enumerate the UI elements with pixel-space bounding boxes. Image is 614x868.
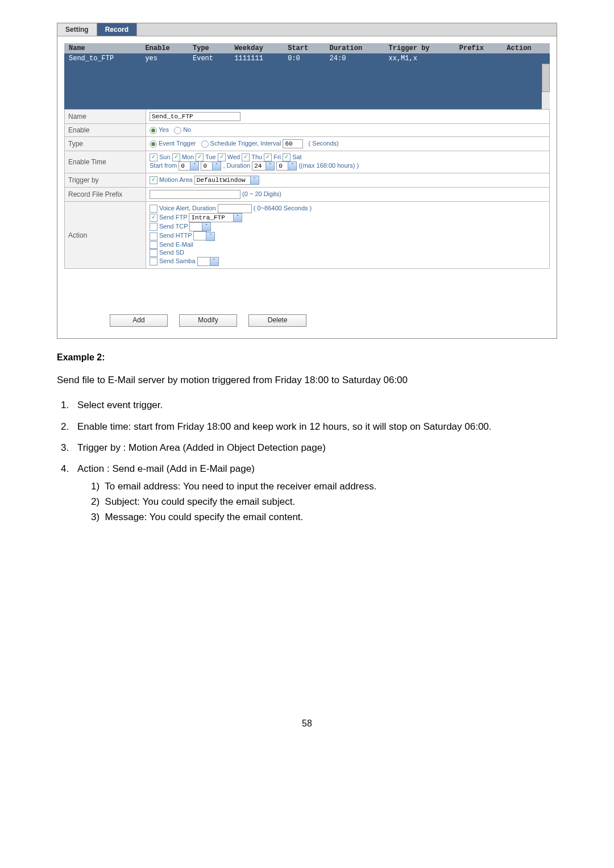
- modify-button[interactable]: Modify: [179, 314, 237, 327]
- col-duration: Duration: [325, 43, 384, 53]
- cell-type: Event: [188, 53, 230, 64]
- col-start: Start: [283, 43, 325, 53]
- radio-no-label: No: [183, 126, 191, 133]
- radio-schedule-trigger[interactable]: [201, 140, 209, 148]
- send-sd-label: Send SD: [159, 249, 184, 256]
- radio-event-label: Event Trigger: [159, 140, 196, 147]
- chevron-down-icon[interactable]: ˅: [250, 176, 259, 185]
- interval-input[interactable]: [283, 139, 303, 148]
- label-type: Type: [65, 137, 146, 151]
- voice-duration-input[interactable]: [218, 204, 252, 213]
- table-row[interactable]: Send_to_FTP yes Event 1111111 0:0 24:0 x…: [64, 53, 550, 64]
- sub3-num: 3): [91, 512, 99, 522]
- step-4: Action : Send e-mail (Add in E-Mail page…: [72, 461, 557, 525]
- page-number: 58: [57, 719, 557, 729]
- cell-action: [502, 53, 550, 64]
- chevron-down-icon[interactable]: ˅: [288, 161, 297, 171]
- max-hours-label: ((max 168:00 hours) ): [298, 162, 359, 169]
- motion-area-label: Motion Area: [159, 176, 193, 183]
- seconds-label: ( Seconds): [309, 140, 339, 147]
- checkbox-voice-alert[interactable]: [150, 205, 157, 213]
- checkbox-send-samba[interactable]: [150, 258, 157, 265]
- record-table: Name Enable Type Weekday Start Duration …: [64, 43, 550, 64]
- cell-start: 0:0: [283, 53, 325, 64]
- start-min-select[interactable]: [201, 161, 213, 171]
- day-sat: Sat: [292, 153, 302, 160]
- start-from-label: Start from: [150, 162, 177, 169]
- tab-setting[interactable]: Setting: [57, 23, 97, 36]
- radio-schedule-label: Schedule Trigger, Interval: [210, 140, 281, 147]
- form: Name Enable Yes No Type Event Trigger: [64, 109, 550, 269]
- name-input[interactable]: [150, 112, 240, 121]
- chevron-down-icon[interactable]: ˅: [233, 213, 242, 222]
- checkbox-send-ftp[interactable]: ✓: [150, 214, 157, 222]
- cell-enable: yes: [140, 53, 188, 64]
- substep-2: 2) Subject: You could specify the email …: [91, 494, 557, 509]
- step-4-text: Action : Send e-mail (Add in E-Mail page…: [77, 463, 255, 474]
- start-hour-select[interactable]: [179, 161, 191, 171]
- checkbox-send-sd[interactable]: [150, 249, 157, 257]
- duration-min-select[interactable]: [276, 161, 289, 171]
- col-action: Action: [502, 43, 550, 53]
- send-tcp-label: Send TCP: [159, 223, 188, 230]
- chevron-down-icon[interactable]: ˅: [202, 222, 211, 231]
- day-thu: Thu: [251, 153, 262, 160]
- chevron-down-icon[interactable]: ˅: [212, 161, 221, 171]
- cell-duration: 24:0: [325, 53, 384, 64]
- samba-select[interactable]: [197, 257, 211, 266]
- sub2-text: Subject: You could specify the email sub…: [105, 496, 296, 507]
- checkbox-fri[interactable]: ✓: [264, 153, 272, 161]
- cell-weekday: 1111111: [230, 53, 283, 64]
- ftp-select[interactable]: [189, 213, 234, 222]
- label-enable-time: Enable Time: [65, 151, 146, 173]
- tab-record[interactable]: Record: [97, 23, 137, 36]
- send-ftp-label: Send FTP: [159, 214, 187, 221]
- step-1: Select event trigger.: [72, 397, 557, 413]
- checkbox-thu[interactable]: ✓: [242, 153, 250, 161]
- checkbox-send-tcp[interactable]: [150, 223, 157, 231]
- checkbox-send-http[interactable]: [150, 232, 157, 240]
- prefix-input[interactable]: [150, 190, 240, 199]
- chevron-down-icon[interactable]: ˅: [190, 161, 199, 171]
- col-type: Type: [188, 43, 230, 53]
- checkbox-sun[interactable]: ✓: [150, 153, 157, 161]
- checkbox-sat[interactable]: ✓: [283, 153, 291, 161]
- substep-1: 1) To email address: You need to input t…: [91, 479, 557, 494]
- radio-yes-label: Yes: [159, 126, 169, 133]
- checkbox-tue[interactable]: ✓: [196, 153, 204, 161]
- chevron-down-icon[interactable]: ˅: [210, 257, 219, 266]
- radio-event-trigger[interactable]: [150, 140, 157, 148]
- voice-hint: ( 0~86400 Seconds ): [254, 205, 312, 211]
- cell-prefix: [455, 53, 503, 64]
- sub1-num: 1): [91, 481, 99, 492]
- chevron-down-icon[interactable]: ˅: [265, 161, 275, 171]
- tcp-select[interactable]: [189, 222, 203, 231]
- chevron-down-icon[interactable]: ˅: [206, 232, 215, 241]
- steps-list: Select event trigger. Enable time: start…: [57, 397, 557, 525]
- radio-no[interactable]: [174, 127, 181, 134]
- day-wed: Wed: [227, 153, 240, 160]
- delete-button[interactable]: Delete: [248, 314, 306, 327]
- checkbox-motion-area[interactable]: ✓: [150, 176, 157, 184]
- duration-hour-select[interactable]: [252, 161, 267, 171]
- motion-area-select[interactable]: [194, 176, 251, 185]
- checkbox-wed[interactable]: ✓: [218, 153, 226, 161]
- duration-label: , Duration: [223, 162, 250, 169]
- radio-yes[interactable]: [150, 127, 157, 134]
- prefix-hint: (0 ~ 20 Digits): [242, 190, 281, 197]
- day-tue: Tue: [205, 153, 216, 160]
- col-prefix: Prefix: [455, 43, 503, 53]
- settings-panel: Setting Record Name Enable Type Weekday …: [57, 23, 557, 339]
- example-intro: Send file to E-Mail server by motion tri…: [57, 373, 557, 388]
- http-select[interactable]: [193, 231, 207, 240]
- checkbox-mon[interactable]: ✓: [172, 153, 180, 161]
- send-email-label: Send E-Mail: [159, 241, 193, 248]
- day-mon: Mon: [182, 153, 194, 160]
- cell-name: Send_to_FTP: [64, 53, 140, 64]
- checkbox-send-email[interactable]: [150, 241, 157, 249]
- day-sun: Sun: [159, 153, 171, 160]
- label-trigger-by: Trigger by: [65, 173, 146, 188]
- scrollbar-thumb[interactable]: [542, 64, 550, 92]
- label-prefix: Record File Prefix: [65, 188, 146, 202]
- add-button[interactable]: Add: [110, 314, 168, 327]
